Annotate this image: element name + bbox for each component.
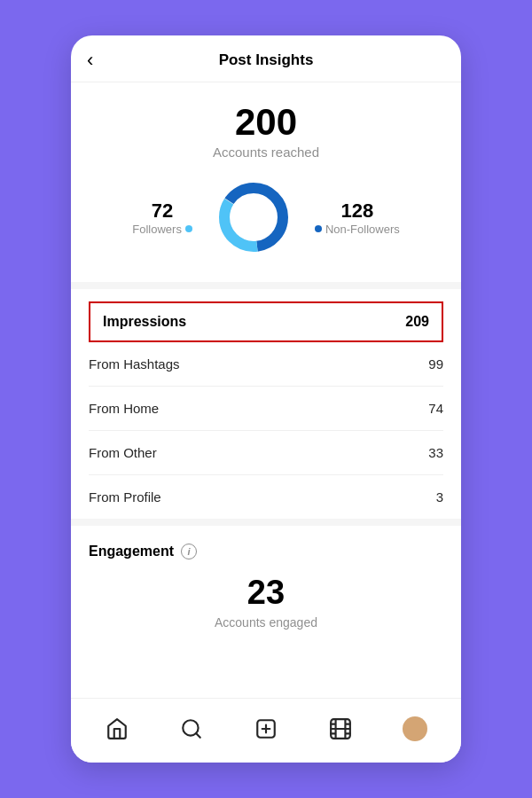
home-icon bbox=[106, 717, 129, 740]
impressions-title: Impressions bbox=[103, 314, 186, 330]
bottom-nav bbox=[71, 698, 461, 763]
add-icon bbox=[254, 717, 278, 740]
accounts-reached-label: Accounts reached bbox=[89, 145, 443, 160]
page-title: Post Insights bbox=[219, 51, 314, 69]
nav-search[interactable] bbox=[172, 709, 211, 748]
followers-dot bbox=[185, 225, 192, 232]
donut-row: 72 Followers 128 bbox=[89, 177, 443, 257]
other-value: 33 bbox=[428, 445, 443, 460]
impressions-home-row: From Home 74 bbox=[89, 386, 443, 430]
impressions-section: Impressions 209 From Hashtags 99 From Ho… bbox=[71, 301, 461, 526]
profile-label: From Profile bbox=[89, 489, 161, 505]
non-followers-stat: 128 Non-Followers bbox=[315, 200, 400, 236]
reels-icon bbox=[329, 717, 352, 740]
engagement-label: Accounts engaged bbox=[89, 615, 443, 630]
phone-container: ‹ Post Insights 200 Accounts reached 72 … bbox=[71, 35, 461, 763]
nav-add[interactable] bbox=[246, 709, 286, 748]
home-value: 74 bbox=[428, 401, 443, 416]
donut-chart bbox=[214, 177, 293, 257]
engagement-title: Engagement bbox=[89, 544, 174, 559]
engagement-header: Engagement i bbox=[89, 544, 443, 559]
engagement-section: Engagement i 23 Accounts engaged bbox=[71, 526, 461, 638]
nav-reels[interactable] bbox=[321, 709, 360, 748]
back-button[interactable]: ‹ bbox=[87, 51, 93, 70]
avatar bbox=[403, 716, 427, 741]
svg-point-3 bbox=[235, 199, 272, 236]
nav-profile[interactable] bbox=[395, 709, 434, 748]
followers-stat: 72 Followers bbox=[132, 200, 192, 236]
impression-rows: From Hashtags 99 From Home 74 From Other… bbox=[89, 342, 443, 519]
other-label: From Other bbox=[89, 445, 157, 460]
header: ‹ Post Insights bbox=[71, 35, 461, 82]
impressions-header-row: Impressions 209 bbox=[89, 301, 443, 342]
hashtags-value: 99 bbox=[428, 356, 443, 372]
profile-value: 3 bbox=[436, 489, 443, 505]
impressions-total: 209 bbox=[405, 314, 429, 330]
search-icon bbox=[180, 717, 203, 740]
non-followers-dot bbox=[315, 225, 322, 232]
accounts-reached-count: 200 bbox=[89, 104, 443, 141]
home-label: From Home bbox=[89, 401, 159, 416]
svg-line-5 bbox=[196, 733, 200, 738]
accounts-reached-section: 200 Accounts reached 72 Followers bbox=[71, 82, 461, 289]
engagement-count: 23 bbox=[89, 574, 443, 612]
nav-home[interactable] bbox=[98, 709, 137, 748]
non-followers-count: 128 bbox=[340, 200, 373, 223]
info-icon[interactable]: i bbox=[181, 544, 197, 559]
non-followers-label: Non-Followers bbox=[315, 223, 400, 236]
followers-label: Followers bbox=[132, 223, 192, 236]
impressions-other-row: From Other 33 bbox=[89, 430, 443, 474]
followers-count: 72 bbox=[152, 200, 173, 223]
impressions-profile-row: From Profile 3 bbox=[89, 474, 443, 519]
hashtags-label: From Hashtags bbox=[89, 356, 180, 372]
impressions-hashtags-row: From Hashtags 99 bbox=[89, 342, 443, 386]
content-area: 200 Accounts reached 72 Followers bbox=[71, 82, 461, 698]
